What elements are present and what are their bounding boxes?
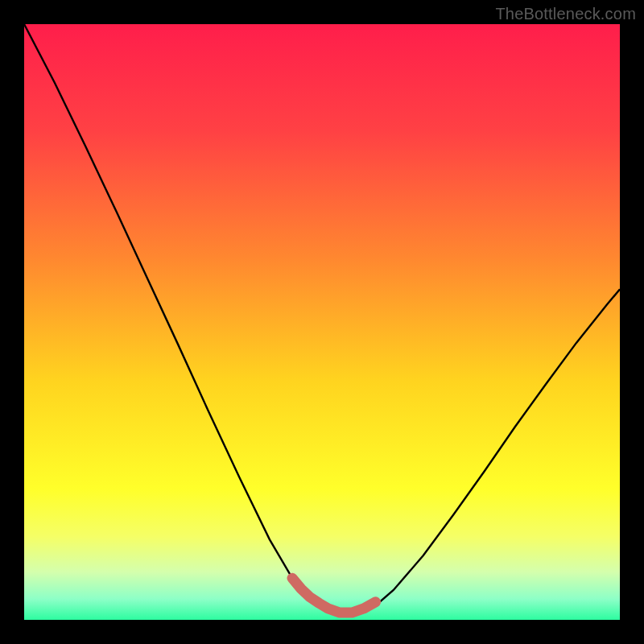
chart-svg — [0, 0, 644, 644]
plot-background — [24, 24, 620, 620]
chart-frame: TheBottleneck.com — [0, 0, 644, 644]
watermark-text: TheBottleneck.com — [495, 5, 636, 23]
